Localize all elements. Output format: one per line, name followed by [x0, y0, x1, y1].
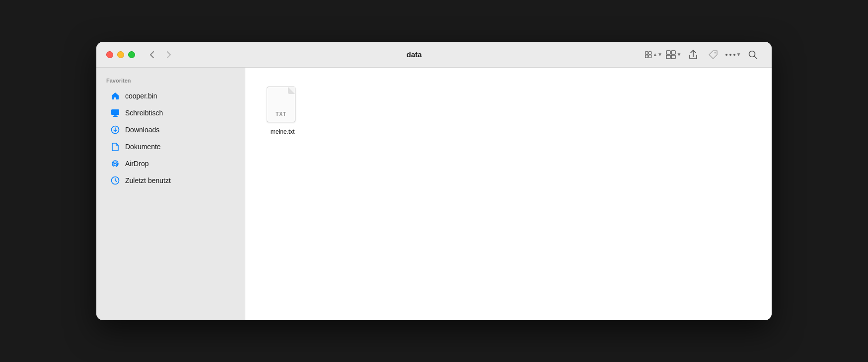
download-icon — [110, 125, 120, 135]
gallery-group: ▼ — [664, 46, 682, 64]
svg-rect-6 — [666, 55, 670, 59]
gallery-chevron-icon: ▼ — [677, 52, 682, 57]
svg-rect-7 — [671, 55, 675, 59]
txt-type-label: TXT — [267, 111, 295, 117]
traffic-lights — [106, 51, 135, 58]
more-button[interactable]: ▼ — [724, 46, 742, 64]
more-chevron-icon: ▼ — [736, 52, 741, 57]
view-options-group: ▲▼ — [645, 46, 662, 64]
forward-button[interactable] — [162, 48, 176, 62]
file-corner — [288, 87, 295, 94]
forward-icon — [166, 51, 171, 59]
close-button[interactable] — [106, 51, 113, 58]
share-icon — [689, 50, 698, 60]
gallery-icon — [665, 50, 676, 60]
grid-icon — [645, 50, 652, 60]
toolbar-icons: ▲▼ ▼ — [645, 46, 762, 64]
file-page: TXT — [267, 87, 295, 122]
svg-rect-0 — [646, 51, 648, 54]
sidebar-item-airdrop[interactable]: AirDrop — [100, 155, 241, 172]
svg-rect-5 — [671, 51, 675, 54]
home-icon — [110, 91, 120, 101]
more-icon — [725, 53, 736, 57]
sidebar-item-label-zuletzt-benutzt: Zuletzt benutzt — [125, 177, 171, 184]
share-button[interactable] — [684, 46, 702, 64]
svg-rect-4 — [666, 51, 670, 54]
file-grid: TXT meine.txt — [260, 83, 757, 139]
sidebar: Favoriten cooper.bin — [96, 68, 245, 320]
sidebar-item-label-downloads: Downloads — [125, 126, 159, 134]
minimize-button[interactable] — [117, 51, 124, 58]
file-name-label: meine.txt — [271, 128, 295, 135]
sidebar-item-zuletzt-benutzt[interactable]: Zuletzt benutzt — [100, 172, 241, 189]
gallery-view-button[interactable]: ▼ — [664, 46, 682, 64]
svg-point-10 — [729, 54, 731, 56]
recent-icon — [110, 176, 120, 185]
main-content: TXT meine.txt — [245, 68, 772, 320]
sidebar-item-label-airdrop: AirDrop — [125, 160, 148, 168]
back-button[interactable] — [145, 48, 159, 62]
view-grid-button[interactable]: ▲▼ — [645, 46, 662, 64]
svg-point-17 — [114, 164, 117, 166]
finder-window: data ▲▼ — [96, 42, 772, 320]
back-icon — [149, 51, 154, 59]
svg-rect-1 — [649, 51, 651, 54]
svg-rect-15 — [113, 116, 118, 117]
svg-rect-13 — [111, 109, 119, 115]
nav-buttons — [145, 48, 176, 62]
svg-point-11 — [733, 54, 735, 56]
desktop-icon — [110, 108, 120, 118]
sidebar-item-cooper-bin[interactable]: cooper.bin — [100, 88, 241, 104]
titlebar: data ▲▼ — [96, 42, 772, 68]
svg-point-9 — [725, 54, 727, 56]
file-item-meine-txt[interactable]: TXT meine.txt — [260, 83, 305, 139]
svg-point-8 — [715, 52, 716, 53]
sidebar-item-label-cooper-bin: cooper.bin — [125, 92, 157, 100]
sidebar-item-label-dokumente: Dokumente — [125, 143, 161, 151]
content-area: Favoriten cooper.bin — [96, 68, 772, 320]
window-title: data — [184, 50, 645, 59]
airdrop-icon — [110, 159, 120, 169]
txt-file-icon: TXT — [267, 87, 298, 124]
sidebar-section-favoriten: Favoriten — [96, 78, 245, 84]
sidebar-item-label-schreibtisch: Schreibtisch — [125, 109, 163, 117]
view-chevron-icon: ▲▼ — [652, 52, 662, 57]
sidebar-item-schreibtisch[interactable]: Schreibtisch — [100, 104, 241, 121]
svg-rect-2 — [646, 55, 648, 57]
sidebar-item-dokumente[interactable]: Dokumente — [100, 138, 241, 155]
search-icon — [748, 50, 758, 60]
maximize-button[interactable] — [128, 51, 135, 58]
document-icon — [110, 142, 120, 152]
corner-fold-triangle — [288, 87, 295, 94]
tag-button[interactable] — [704, 46, 722, 64]
tag-icon — [708, 50, 718, 60]
svg-rect-3 — [649, 55, 651, 57]
sidebar-item-downloads[interactable]: Downloads — [100, 121, 241, 138]
search-button[interactable] — [744, 46, 762, 64]
